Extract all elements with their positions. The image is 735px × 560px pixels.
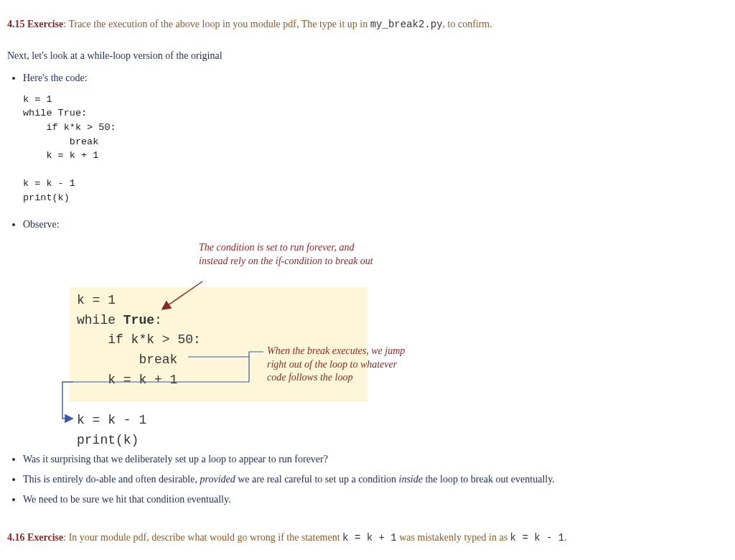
exercise-text: : In your module pdf, describe what woul… bbox=[63, 532, 342, 543]
exercise-text: : Trace the execution of the above loop … bbox=[63, 19, 370, 29]
bullet-text: Observe: bbox=[23, 219, 60, 230]
em: provided bbox=[200, 474, 235, 485]
annotation-break: When the break executes, we jump right o… bbox=[267, 345, 418, 386]
annotation-condition: The condition is set to run forever, and… bbox=[199, 241, 385, 269]
exercise-number: 4.16 Exercise bbox=[7, 532, 63, 543]
bullet-observe: Observe: The condition is set to run for… bbox=[23, 218, 728, 444]
text: This is entirely do-able and often desir… bbox=[23, 474, 200, 485]
code-line: if k*k > 50: bbox=[77, 332, 201, 347]
text: we are real careful to set up a conditio… bbox=[235, 474, 399, 485]
exercise-tail: . bbox=[564, 532, 567, 543]
code-inline: k = k - 1 bbox=[510, 532, 565, 543]
exercise-mid: was mistakenly typed in as bbox=[397, 532, 510, 543]
exercise-tail: , to confirm. bbox=[443, 19, 492, 29]
code-line: print(k) bbox=[77, 433, 139, 447]
em: inside bbox=[399, 474, 423, 485]
code-inline: k = k + 1 bbox=[342, 532, 397, 543]
code-line: : bbox=[154, 313, 162, 327]
bullet-list: Here's the code: k = 1 while True: if k*… bbox=[23, 71, 728, 508]
code-line: break bbox=[77, 353, 177, 367]
diagram-code: k = 1 while True: if k*k > 50: break k =… bbox=[77, 291, 201, 451]
bullet-surprising: Was it surprising that we deliberately s… bbox=[23, 452, 728, 467]
annotated-diagram: The condition is set to run forever, and… bbox=[37, 237, 728, 445]
bullet-text: Here's the code: bbox=[23, 73, 88, 83]
exercise-number: 4.15 Exercise bbox=[7, 19, 63, 29]
code-line: while bbox=[77, 313, 123, 327]
bullet-doable: This is entirely do-able and often desir… bbox=[23, 472, 728, 487]
bullet-sure: We need to be sure we hit that condition… bbox=[23, 493, 728, 507]
exercise-4-16: 4.16 Exercise: In your module pdf, descr… bbox=[7, 531, 728, 545]
bullet-code-label: Here's the code: k = 1 while True: if k*… bbox=[23, 71, 728, 205]
intro-text: Next, let's look at a while-loop version… bbox=[7, 49, 728, 63]
exercise-4-15: 4.15 Exercise: Trace the execution of th… bbox=[7, 17, 728, 32]
code-true: True bbox=[123, 313, 154, 327]
code-line: k = k - 1 bbox=[77, 413, 146, 427]
text: the loop to break out eventually. bbox=[423, 474, 555, 485]
code-block-1: k = 1 while True: if k*k > 50: break k =… bbox=[23, 93, 728, 205]
code-filename: my_break2.py bbox=[370, 19, 443, 30]
code-line: k = k + 1 bbox=[77, 373, 177, 387]
code-line: k = 1 bbox=[77, 293, 116, 307]
